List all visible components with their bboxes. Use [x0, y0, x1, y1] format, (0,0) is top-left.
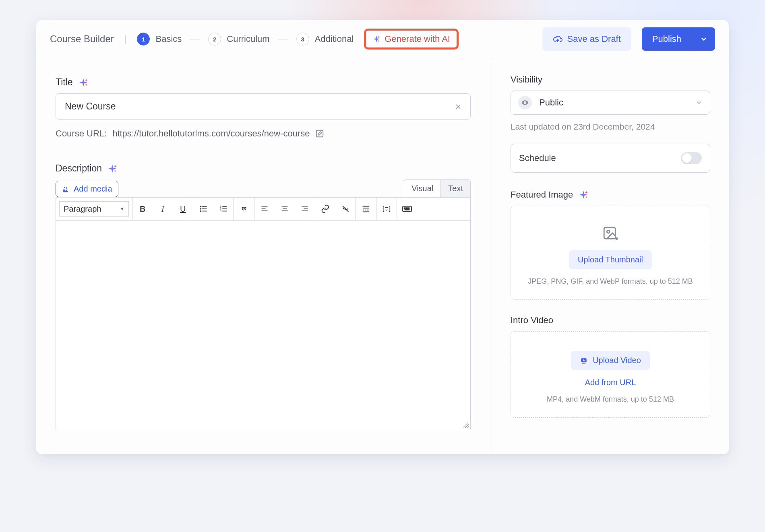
video-hint: MP4, and WebM formats, up to 512 MB — [547, 395, 674, 404]
publish-group: Publish — [642, 27, 715, 51]
paragraph-format-select[interactable]: Paragraph ▼ — [59, 201, 129, 217]
align-center-button[interactable] — [275, 198, 295, 220]
publish-button[interactable]: Publish — [642, 27, 692, 51]
title-input[interactable] — [56, 94, 446, 119]
generate-with-ai-button[interactable]: Generate with AI — [364, 29, 459, 49]
schedule-toggle[interactable] — [681, 152, 702, 164]
shortcode-icon — [382, 205, 391, 213]
add-media-button[interactable]: Add media — [56, 181, 118, 197]
add-media-label: Add media — [74, 184, 112, 194]
side-column: Visibility Public Last updated on 23rd D… — [492, 58, 729, 454]
tab-text[interactable]: Text — [440, 179, 471, 197]
sparkle-icon — [372, 35, 380, 43]
eye-icon — [518, 96, 532, 109]
title-label-text: Title — [56, 77, 73, 88]
title-separator: | — [124, 34, 127, 44]
add-from-url-link[interactable]: Add from URL — [585, 378, 636, 387]
svg-rect-3 — [203, 206, 207, 207]
step-label-curriculum: Curriculum — [227, 34, 269, 44]
editor-toolbar: Paragraph ▼ B I U — [56, 198, 470, 221]
svg-rect-34 — [407, 208, 408, 208]
svg-rect-38 — [604, 227, 615, 239]
resize-handle[interactable] — [463, 423, 469, 428]
intro-video-label: Intro Video — [511, 315, 710, 326]
svg-rect-5 — [203, 208, 207, 209]
svg-rect-15 — [262, 208, 266, 209]
shortcode-button[interactable] — [376, 198, 397, 220]
svg-rect-18 — [283, 208, 287, 209]
schedule-label: Schedule — [519, 153, 556, 163]
thumbnail-upload-box: Upload Thumbnail JPEG, PNG, GIF, and Web… — [511, 206, 710, 300]
unlink-button[interactable] — [335, 198, 356, 220]
schedule-row: Schedule — [511, 144, 710, 173]
step-curriculum[interactable]: 2 Curriculum — [208, 33, 269, 45]
description-field-label: Description — [56, 163, 471, 174]
svg-rect-16 — [262, 210, 268, 211]
svg-rect-41 — [582, 363, 585, 363]
image-placeholder-icon — [602, 225, 619, 242]
save-draft-button[interactable]: Save as Draft — [542, 27, 631, 51]
featured-image-label-text: Featured Image — [511, 190, 573, 200]
sparkle-icon — [79, 78, 88, 87]
paragraph-select-label: Paragraph — [64, 204, 101, 214]
title-field-label: Title — [56, 77, 471, 88]
keyboard-shortcuts-button[interactable] — [397, 198, 417, 220]
step-basics[interactable]: 1 Basics — [137, 33, 182, 45]
generate-with-ai-label: Generate with AI — [385, 34, 450, 44]
url-value: https://tutor.hellotutorlms.com/courses/… — [112, 128, 310, 139]
close-icon — [454, 103, 462, 111]
svg-rect-23 — [363, 206, 370, 207]
align-left-icon — [261, 205, 269, 213]
url-label: Course URL: — [56, 128, 107, 139]
insert-more-button[interactable] — [356, 198, 376, 220]
blockquote-button[interactable] — [234, 198, 254, 220]
upload-thumbnail-button[interactable]: Upload Thumbnail — [569, 250, 652, 269]
step-label-basics: Basics — [155, 34, 182, 44]
align-left-button[interactable] — [254, 198, 275, 220]
editor-frame: Paragraph ▼ B I U — [56, 197, 471, 430]
svg-rect-19 — [282, 210, 288, 211]
align-right-button[interactable] — [295, 198, 315, 220]
step-badge-3: 3 — [296, 33, 309, 45]
keyboard-icon — [402, 204, 412, 213]
last-updated: Last updated on 23rd December, 2024 — [511, 122, 710, 132]
svg-point-1 — [64, 187, 65, 188]
description-editor[interactable] — [56, 221, 470, 430]
edit-url-button[interactable] — [315, 129, 324, 138]
svg-rect-25 — [363, 210, 364, 210]
svg-point-29 — [386, 207, 387, 208]
editor-mode-tabs: Visual Text — [404, 179, 471, 197]
bold-button[interactable]: B — [132, 198, 153, 220]
visibility-select[interactable]: Public — [511, 91, 710, 115]
tab-visual[interactable]: Visual — [404, 179, 440, 197]
svg-rect-28 — [363, 211, 370, 212]
visibility-value: Public — [539, 97, 688, 108]
visibility-label: Visibility — [511, 74, 710, 85]
svg-rect-33 — [406, 208, 407, 208]
pencil-square-icon — [315, 129, 324, 138]
bulleted-list-button[interactable] — [193, 198, 213, 220]
sparkle-icon — [108, 164, 117, 173]
upload-video-label: Upload Video — [593, 356, 641, 365]
publish-more-button[interactable] — [692, 27, 715, 51]
numbered-list-button[interactable]: 123 — [213, 198, 234, 220]
svg-rect-14 — [262, 206, 268, 207]
media-icon — [62, 185, 70, 193]
svg-rect-20 — [302, 206, 308, 207]
svg-rect-17 — [282, 206, 288, 207]
link-icon — [321, 204, 330, 213]
upload-video-button[interactable]: Upload Video — [571, 351, 650, 370]
svg-point-4 — [200, 208, 202, 210]
title-input-wrap — [56, 93, 471, 120]
link-button[interactable] — [315, 198, 335, 220]
svg-rect-22 — [302, 210, 308, 211]
sparkle-icon — [579, 190, 588, 200]
italic-button[interactable]: I — [153, 198, 173, 220]
course-builder-card: Course Builder | 1 Basics 2 Curriculum 3… — [36, 20, 729, 454]
clear-title-button[interactable] — [446, 103, 470, 111]
svg-rect-27 — [367, 210, 369, 210]
step-additional[interactable]: 3 Additional — [296, 33, 354, 45]
intro-video-upload-box: Upload Video Add from URL MP4, and WebM … — [511, 331, 710, 418]
list-ol-icon: 123 — [219, 204, 228, 213]
underline-button[interactable]: U — [173, 198, 193, 220]
